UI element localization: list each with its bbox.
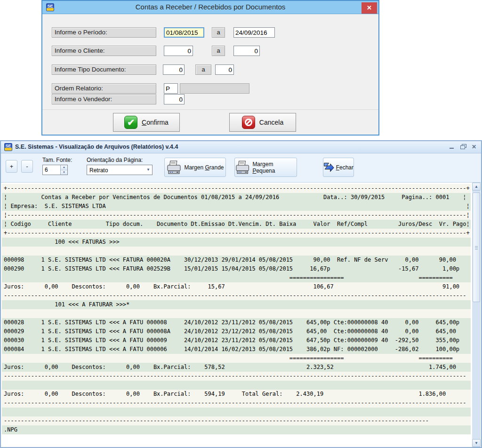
cliente-from-input[interactable] [164, 46, 193, 56]
report-line: ----------------------------------------… [2, 399, 471, 408]
viewer-title: S.E. Sistemas - Visualização de Arquivos… [15, 144, 178, 150]
scrollbar-grip [475, 246, 478, 249]
stepper-up-icon[interactable]: ▲ [61, 165, 67, 170]
report-line [2, 381, 471, 390]
ordem-relatorio-description-field [180, 83, 249, 94]
report-line: 000290 1 S.E. SISTEMAS LTD <<< FATURA 00… [2, 264, 471, 273]
se-app-icon: SE [4, 143, 12, 151]
periodo-label: Informe o Período: [52, 27, 156, 38]
check-icon: ✔ [124, 116, 137, 129]
cancela-button[interactable]: Cancela [229, 113, 296, 132]
close-icon[interactable]: ✕ [362, 2, 377, 14]
report-viewer-window: SE S.E. Sistemas - Visualização de Arqui… [0, 140, 482, 448]
cliente-to-input[interactable] [233, 46, 260, 56]
margin-large-button[interactable]: Margen Grande [164, 158, 226, 177]
vendedor-input[interactable] [164, 94, 185, 104]
dialog-footer: ✔ Confirma Cancela [42, 110, 378, 134]
report-page: +---------------------------------------… [1, 183, 481, 447]
orientation-label: Orientação da Página: [87, 157, 143, 163]
cliente-label: Informe o Cliente: [52, 46, 156, 56]
tipo-documento-label: Informe Tipo Documento: [52, 64, 156, 75]
report-line: 000028 1 S.E. SISTEMAS LTD <<< A FATU 00… [2, 318, 471, 327]
report-lines: +---------------------------------------… [2, 184, 471, 434]
confirma-button[interactable]: ✔ Confirma [113, 113, 180, 132]
zoom-out-button[interactable]: - [21, 160, 33, 173]
report-line: .NPG [2, 425, 471, 434]
cancel-icon [242, 116, 255, 129]
confirma-button-label: Confirma [142, 119, 169, 126]
scrollbar-thumb[interactable] [473, 192, 480, 302]
margin-small-label: Margem Pequena [252, 161, 297, 174]
cancela-button-label: Cancela [259, 119, 283, 126]
margin-large-label: Margen Grande [184, 164, 224, 171]
font-size-value: 6 [45, 167, 48, 173]
cliente-range-separator: a [212, 46, 225, 56]
scroll-down-icon[interactable]: ▼ [472, 439, 481, 447]
window-controls: ✕ [448, 143, 477, 151]
report-line: ¦ Codigo Cliente Tipo docum. Documento D… [2, 220, 471, 229]
ordem-relatorio-input[interactable] [164, 83, 178, 94]
report-line: 000030 1 S.E. SISTEMAS LTD <<< A FATU 00… [2, 336, 471, 345]
printer-icon [166, 160, 182, 175]
periodo-to-input[interactable] [233, 27, 275, 38]
report-line: 100 <<< FATURAS >>> [2, 238, 471, 247]
scroll-up-icon[interactable]: ▲ [472, 183, 481, 191]
report-line: ----------------------------------------… [2, 291, 471, 300]
report-line: 000084 1 S.E. SISTEMAS LTD <<< A FATU 00… [2, 345, 471, 354]
report-line: ¦ Contas a Receber por Vencimentos de Do… [2, 193, 471, 202]
report-line: 000098 1 S.E. SISTEMAS LTD <<< FATURA 00… [2, 256, 471, 264]
font-size-label: Tam. Fonte: [42, 157, 72, 163]
viewer-titlebar[interactable]: SE S.E. Sistemas - Visualização de Arqui… [1, 141, 481, 153]
orientation-select[interactable]: Retrato ▼ [87, 165, 153, 175]
report-line [2, 408, 471, 416]
report-line: Juros: 0,00 Descontos: 0,00 Bx.Parcial: … [2, 363, 471, 372]
vendedor-label: Informe o Vendedor: [52, 94, 156, 104]
ordem-relatorio-label: Ordem Relatorio: [52, 83, 156, 94]
report-line: Juros: 0,00 Descontos: 0,00 Bx.Parcial: … [2, 282, 471, 291]
report-line: ================ ========== [2, 273, 471, 282]
report-line [2, 309, 471, 318]
dialog-titlebar[interactable]: SE Contas a Receber / Recebidos por Docu… [42, 1, 378, 14]
dialog-title: Contas a Receber / Recebidos por Documen… [42, 3, 378, 11]
periodo-range-separator: a [212, 27, 225, 38]
report-line: Juros: 0,00 Descontos: 0,00 Bx.Parcial: … [2, 390, 471, 399]
orientation-value: Retrato [89, 167, 108, 174]
fechar-button[interactable]: Fechar [323, 158, 354, 177]
tipo-documento-from-input[interactable] [163, 64, 185, 75]
report-line: ----------------------------------------… [2, 372, 471, 381]
report-line: ----------------------------------------… [2, 416, 471, 425]
stepper-buttons: ▲ ▼ [60, 165, 67, 175]
contas-receber-dialog: SE Contas a Receber / Recebidos por Docu… [41, 0, 379, 136]
font-size-stepper[interactable]: 6 ▲ ▼ [42, 165, 68, 175]
periodo-from-input[interactable] [164, 27, 204, 38]
report-line: +---------------------------------------… [2, 229, 471, 238]
tipo-documento-to-input[interactable] [215, 64, 234, 75]
report-line [2, 247, 471, 256]
tipo-documento-range-separator: a [195, 64, 211, 75]
zoom-in-button[interactable]: + [6, 160, 17, 173]
viewer-toolbar: + - Tam. Fonte: 6 ▲ ▼ Orientação da Pági… [1, 153, 481, 183]
printer-icon [235, 160, 250, 175]
chevron-down-icon: ▼ [146, 168, 150, 172]
report-line: 101 <<< A FATURAR >>>* [2, 300, 471, 309]
report-line: +---------------------------------------… [2, 184, 471, 193]
report-line: 000029 1 S.E. SISTEMAS LTD <<< A FATU 00… [2, 327, 471, 336]
report-line: ================ ========== [2, 354, 471, 363]
blue-arrow-icon [323, 161, 335, 174]
report-line: ¦---------------------------------------… [2, 211, 471, 220]
margin-small-button[interactable]: Margem Pequena [234, 158, 297, 177]
minimize-icon[interactable] [448, 143, 455, 151]
fechar-button-label: Fechar [336, 164, 353, 171]
stepper-down-icon[interactable]: ▼ [61, 170, 67, 175]
close-icon[interactable]: ✕ [471, 143, 477, 151]
vertical-scrollbar[interactable]: ▲ ▼ [472, 183, 481, 447]
restore-icon[interactable] [459, 143, 466, 151]
report-line: ¦ Empresa: S.E. SISTEMAS LTDA ¦ [2, 202, 471, 211]
